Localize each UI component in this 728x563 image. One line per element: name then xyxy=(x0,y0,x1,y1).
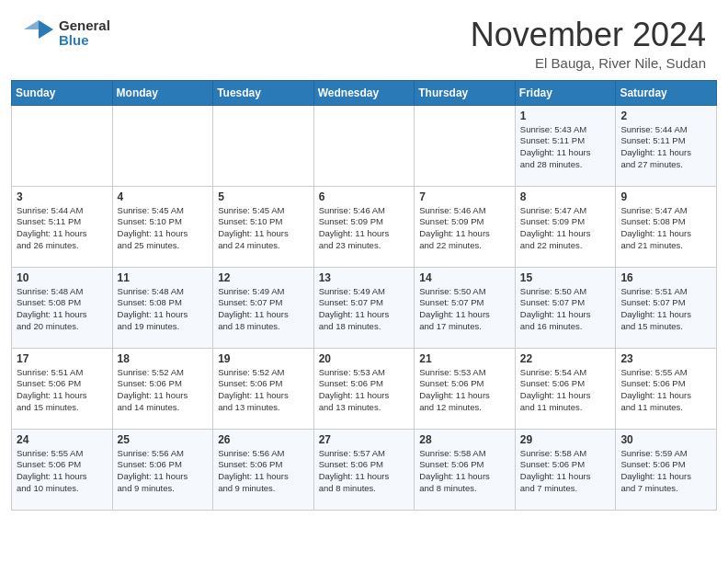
calendar-cell: 14Sunrise: 5:50 AMSunset: 5:07 PMDayligh… xyxy=(415,267,516,348)
calendar-table: SundayMondayTuesdayWednesdayThursdayFrid… xyxy=(11,80,717,511)
day-info: Sunrise: 5:55 AMSunset: 5:06 PMDaylight:… xyxy=(620,367,711,414)
weekday-header-friday: Friday xyxy=(515,80,616,105)
day-number: 23 xyxy=(620,352,711,365)
day-number: 16 xyxy=(620,271,711,284)
day-number: 27 xyxy=(319,433,410,446)
calendar-cell: 3Sunrise: 5:44 AMSunset: 5:11 PMDaylight… xyxy=(12,186,113,267)
day-info: Sunrise: 5:56 AMSunset: 5:06 PMDaylight:… xyxy=(118,448,209,495)
logo-blue-text: Blue xyxy=(59,33,110,49)
calendar-cell: 5Sunrise: 5:45 AMSunset: 5:10 PMDaylight… xyxy=(213,186,314,267)
calendar-week-row: 1Sunrise: 5:43 AMSunset: 5:11 PMDaylight… xyxy=(12,105,717,186)
calendar-body: 1Sunrise: 5:43 AMSunset: 5:11 PMDaylight… xyxy=(12,105,717,510)
calendar-cell: 29Sunrise: 5:58 AMSunset: 5:06 PMDayligh… xyxy=(515,429,616,510)
day-number: 26 xyxy=(218,433,309,446)
calendar-cell xyxy=(213,105,314,186)
calendar-cell: 6Sunrise: 5:46 AMSunset: 5:09 PMDaylight… xyxy=(313,186,415,267)
calendar-cell: 27Sunrise: 5:57 AMSunset: 5:06 PMDayligh… xyxy=(313,429,415,510)
svg-marker-0 xyxy=(39,20,53,39)
day-number: 18 xyxy=(118,352,209,365)
day-number: 13 xyxy=(319,271,410,284)
day-number: 22 xyxy=(520,352,611,365)
day-info: Sunrise: 5:50 AMSunset: 5:07 PMDaylight:… xyxy=(419,286,510,333)
day-number: 14 xyxy=(419,271,510,284)
calendar-cell: 28Sunrise: 5:58 AMSunset: 5:06 PMDayligh… xyxy=(415,429,516,510)
calendar: SundayMondayTuesdayWednesdayThursdayFrid… xyxy=(0,80,728,563)
day-number: 5 xyxy=(218,190,309,203)
calendar-cell: 7Sunrise: 5:46 AMSunset: 5:09 PMDaylight… xyxy=(415,186,516,267)
day-info: Sunrise: 5:44 AMSunset: 5:11 PMDaylight:… xyxy=(17,205,108,252)
page: General Blue November 2024 El Bauga, Riv… xyxy=(0,0,728,563)
day-number: 25 xyxy=(118,433,209,446)
day-info: Sunrise: 5:46 AMSunset: 5:09 PMDaylight:… xyxy=(419,205,510,252)
day-number: 3 xyxy=(17,190,108,203)
calendar-cell: 16Sunrise: 5:51 AMSunset: 5:07 PMDayligh… xyxy=(616,267,717,348)
day-number: 15 xyxy=(520,271,611,284)
day-number: 1 xyxy=(520,109,611,122)
day-info: Sunrise: 5:54 AMSunset: 5:06 PMDaylight:… xyxy=(520,367,611,414)
day-info: Sunrise: 5:45 AMSunset: 5:10 PMDaylight:… xyxy=(118,205,209,252)
day-info: Sunrise: 5:48 AMSunset: 5:08 PMDaylight:… xyxy=(17,286,108,333)
logo-icon xyxy=(22,17,55,50)
calendar-cell: 25Sunrise: 5:56 AMSunset: 5:06 PMDayligh… xyxy=(112,429,213,510)
day-info: Sunrise: 5:50 AMSunset: 5:07 PMDaylight:… xyxy=(520,286,611,333)
calendar-cell: 9Sunrise: 5:47 AMSunset: 5:08 PMDaylight… xyxy=(616,186,717,267)
day-number: 2 xyxy=(620,109,711,122)
calendar-cell: 21Sunrise: 5:53 AMSunset: 5:06 PMDayligh… xyxy=(415,348,516,429)
calendar-cell: 18Sunrise: 5:52 AMSunset: 5:06 PMDayligh… xyxy=(112,348,213,429)
day-info: Sunrise: 5:57 AMSunset: 5:06 PMDaylight:… xyxy=(319,448,410,495)
weekday-header-tuesday: Tuesday xyxy=(213,80,314,105)
day-number: 7 xyxy=(419,190,510,203)
day-number: 24 xyxy=(17,433,108,446)
weekday-header-sunday: Sunday xyxy=(12,80,113,105)
calendar-cell: 13Sunrise: 5:49 AMSunset: 5:07 PMDayligh… xyxy=(313,267,415,348)
day-number: 28 xyxy=(419,433,510,446)
calendar-cell: 23Sunrise: 5:55 AMSunset: 5:06 PMDayligh… xyxy=(616,348,717,429)
day-number: 21 xyxy=(419,352,510,365)
day-info: Sunrise: 5:51 AMSunset: 5:07 PMDaylight:… xyxy=(620,286,711,333)
weekday-header-monday: Monday xyxy=(112,80,213,105)
day-number: 20 xyxy=(319,352,410,365)
calendar-week-row: 24Sunrise: 5:55 AMSunset: 5:06 PMDayligh… xyxy=(12,429,717,510)
day-number: 12 xyxy=(218,271,309,284)
calendar-cell: 26Sunrise: 5:56 AMSunset: 5:06 PMDayligh… xyxy=(213,429,314,510)
calendar-cell: 17Sunrise: 5:51 AMSunset: 5:06 PMDayligh… xyxy=(12,348,113,429)
day-info: Sunrise: 5:56 AMSunset: 5:06 PMDaylight:… xyxy=(218,448,309,495)
day-number: 30 xyxy=(620,433,711,446)
calendar-cell: 19Sunrise: 5:52 AMSunset: 5:06 PMDayligh… xyxy=(213,348,314,429)
day-number: 6 xyxy=(319,190,410,203)
day-info: Sunrise: 5:55 AMSunset: 5:06 PMDaylight:… xyxy=(17,448,108,495)
day-info: Sunrise: 5:47 AMSunset: 5:09 PMDaylight:… xyxy=(520,205,611,252)
calendar-cell: 15Sunrise: 5:50 AMSunset: 5:07 PMDayligh… xyxy=(515,267,616,348)
day-info: Sunrise: 5:59 AMSunset: 5:06 PMDaylight:… xyxy=(620,448,711,495)
calendar-cell: 11Sunrise: 5:48 AMSunset: 5:08 PMDayligh… xyxy=(112,267,213,348)
calendar-cell: 8Sunrise: 5:47 AMSunset: 5:09 PMDaylight… xyxy=(515,186,616,267)
header: General Blue November 2024 El Bauga, Riv… xyxy=(0,0,728,80)
calendar-cell: 20Sunrise: 5:53 AMSunset: 5:06 PMDayligh… xyxy=(313,348,415,429)
weekday-header-row: SundayMondayTuesdayWednesdayThursdayFrid… xyxy=(12,80,717,105)
svg-marker-1 xyxy=(24,20,39,29)
day-number: 29 xyxy=(520,433,611,446)
calendar-cell: 1Sunrise: 5:43 AMSunset: 5:11 PMDaylight… xyxy=(515,105,616,186)
weekday-header-wednesday: Wednesday xyxy=(313,80,415,105)
day-info: Sunrise: 5:51 AMSunset: 5:06 PMDaylight:… xyxy=(17,367,108,414)
day-number: 11 xyxy=(118,271,209,284)
day-info: Sunrise: 5:58 AMSunset: 5:06 PMDaylight:… xyxy=(520,448,611,495)
calendar-cell xyxy=(415,105,516,186)
day-info: Sunrise: 5:49 AMSunset: 5:07 PMDaylight:… xyxy=(319,286,410,333)
month-title: November 2024 xyxy=(471,17,706,53)
day-number: 10 xyxy=(17,271,108,284)
logo-text: General Blue xyxy=(59,18,110,49)
day-info: Sunrise: 5:53 AMSunset: 5:06 PMDaylight:… xyxy=(419,367,510,414)
calendar-cell: 12Sunrise: 5:49 AMSunset: 5:07 PMDayligh… xyxy=(213,267,314,348)
day-number: 4 xyxy=(118,190,209,203)
day-info: Sunrise: 5:43 AMSunset: 5:11 PMDaylight:… xyxy=(520,124,611,171)
day-info: Sunrise: 5:58 AMSunset: 5:06 PMDaylight:… xyxy=(419,448,510,495)
day-info: Sunrise: 5:53 AMSunset: 5:06 PMDaylight:… xyxy=(319,367,410,414)
title-area: November 2024 El Bauga, River Nile, Suda… xyxy=(471,17,706,71)
calendar-cell xyxy=(12,105,113,186)
calendar-cell: 24Sunrise: 5:55 AMSunset: 5:06 PMDayligh… xyxy=(12,429,113,510)
day-number: 9 xyxy=(620,190,711,203)
weekday-header-thursday: Thursday xyxy=(415,80,516,105)
logo: General Blue xyxy=(22,17,110,50)
day-info: Sunrise: 5:45 AMSunset: 5:10 PMDaylight:… xyxy=(218,205,309,252)
